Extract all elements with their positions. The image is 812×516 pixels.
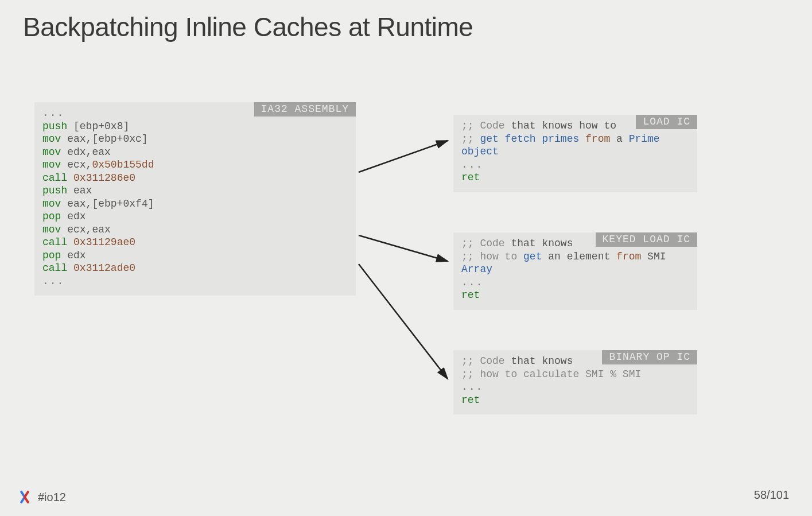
page-number: 58/101 (754, 488, 789, 502)
code-line: ret (461, 171, 689, 184)
svg-line-1 (359, 235, 448, 261)
slide-title: Backpatching Inline Caches at Runtime (23, 11, 473, 42)
code-line: call 0x311286e0 (42, 172, 348, 185)
code-line: ret (461, 394, 689, 407)
code-line: pop edx (42, 210, 348, 223)
code-line: call 0x31129ae0 (42, 236, 348, 249)
svg-line-0 (359, 141, 448, 172)
code-line: ;; how to calculate SMI % SMI (461, 368, 689, 381)
code-line: pop edx (42, 249, 348, 262)
code-line: push [ebp+0x8] (42, 120, 348, 133)
code-line: ;; get fetch primes from a Prime object (461, 133, 689, 158)
code-line: mov edx,eax (42, 146, 348, 159)
google-io-logo-icon (17, 490, 32, 505)
code-line: ... (461, 381, 689, 394)
code-line: push eax (42, 184, 348, 197)
code-line: ret (461, 289, 689, 302)
ic-tag: BINARY OP IC (602, 350, 697, 364)
code-line: mov ecx,eax (42, 223, 348, 236)
keyed-load-ic-block: KEYED LOAD IC ;; Code that knows ;; how … (453, 232, 697, 310)
code-line: ... (461, 276, 689, 289)
arrow-icon (356, 132, 453, 178)
assembly-tag: IA32 ASSEMBLY (254, 102, 356, 117)
code-line: ... (461, 158, 689, 172)
code-line: ;; how to get an element from SMI Array (461, 250, 689, 276)
binary-op-ic-block: BINARY OP IC ;; Code that knows ;; how t… (453, 350, 697, 414)
ic-tag: KEYED LOAD IC (596, 232, 697, 247)
code-line: mov eax,[ebp+0xc] (42, 133, 348, 146)
arrow-icon (356, 258, 453, 385)
code-line: ... (42, 275, 348, 288)
svg-line-2 (359, 264, 448, 379)
code-line: call 0x3112ade0 (42, 262, 348, 275)
code-line: mov eax,[ebp+0xf4] (42, 197, 348, 211)
ic-tag: LOAD IC (636, 115, 697, 129)
assembly-code-block: IA32 ASSEMBLY ... push [ebp+0x8] mov eax… (34, 102, 356, 296)
load-ic-block: LOAD IC ;; Code that knows how to ;; get… (453, 115, 697, 192)
hashtag-label: #io12 (38, 491, 66, 504)
arrow-icon (356, 230, 453, 270)
code-line: mov ecx,0x50b155dd (42, 158, 348, 172)
